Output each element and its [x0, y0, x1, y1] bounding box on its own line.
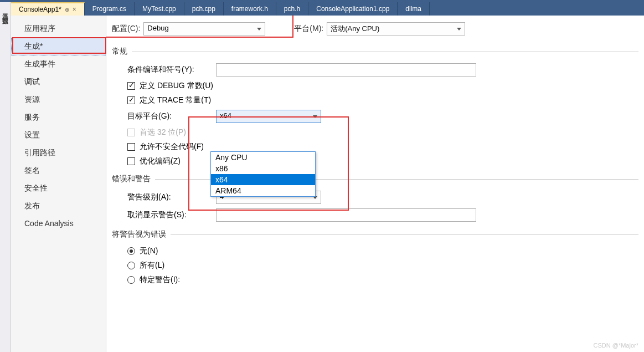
sidebar-item-services[interactable]: 服务	[11, 109, 106, 126]
pin-icon[interactable]: ⊕	[65, 7, 69, 13]
sidebar-item-build-events[interactable]: 生成事件	[11, 55, 106, 73]
define-debug-checkbox[interactable]	[127, 82, 135, 90]
optimize-checkbox[interactable]	[127, 157, 135, 165]
suppress-warn-label: 取消显示警告(S):	[127, 210, 216, 220]
tab-pch-cpp[interactable]: pch.cpp	[184, 2, 224, 16]
section-treat-as-error: 将警告视为错误	[112, 229, 638, 239]
watermark: CSDN @*Major*	[594, 342, 638, 349]
tab-pch-h[interactable]: pch.h	[276, 2, 308, 16]
treat-none-label: 无(N)	[140, 246, 158, 256]
treat-specific-radio[interactable]	[127, 276, 135, 284]
platform-label: 平台(M):	[294, 24, 323, 34]
prefer-32bit-label: 首选 32 位(P)	[140, 127, 186, 137]
define-trace-label: 定义 TRACE 常量(T)	[140, 95, 211, 105]
dropdown-option-x86[interactable]: x86	[211, 163, 315, 174]
tab-dllma[interactable]: dllma	[398, 2, 430, 16]
config-label: 配置(C):	[112, 24, 140, 34]
tab-mytest[interactable]: MyTest.cpp	[135, 2, 184, 16]
tab-consoleapp1[interactable]: ConsoleApp1* ⊕ ×	[11, 2, 85, 16]
tab-framework[interactable]: framework.h	[224, 2, 276, 16]
define-trace-checkbox[interactable]	[127, 96, 135, 104]
sidebar-item-security[interactable]: 安全性	[11, 180, 106, 197]
prefer-32bit-checkbox	[127, 129, 135, 136]
dropdown-option-anycpu[interactable]: Any CPU	[211, 152, 315, 163]
target-platform-dropdown[interactable]: Any CPU x86 x64 ARM64	[210, 151, 316, 197]
treat-specific-label: 特定警告(I):	[140, 275, 180, 285]
tab-label: MyTest.cpp	[142, 5, 176, 13]
dropdown-option-arm64[interactable]: ARM64	[211, 185, 315, 196]
sidebar-item-signing[interactable]: 签名	[11, 162, 106, 180]
optimize-label: 优化编码(Z)	[140, 156, 181, 166]
define-debug-label: 定义 DEBUG 常数(U)	[140, 81, 213, 91]
tab-label: ConsoleApplication1.cpp	[316, 5, 389, 13]
sidebar-item-reference-paths[interactable]: 引用路径	[11, 144, 106, 162]
tool-rail: 工具箱 数据源	[0, 2, 11, 352]
tool-rail-toolbox[interactable]: 工具箱	[0, 7, 11, 11]
section-errors: 错误和警告	[112, 174, 638, 184]
section-general: 常规	[112, 47, 638, 57]
tab-label: pch.cpp	[192, 5, 215, 13]
tab-label: pch.h	[284, 5, 300, 13]
config-combo[interactable]: Debug	[143, 22, 265, 35]
sidebar-item-application[interactable]: 应用程序	[11, 20, 106, 38]
tab-label: framework.h	[231, 5, 268, 13]
tab-strip: ConsoleApp1* ⊕ × Program.cs MyTest.cpp p…	[11, 2, 644, 16]
tool-rail-datasource[interactable]: 数据源	[0, 11, 11, 16]
tab-label: Program.cs	[92, 5, 126, 13]
sidebar-item-debug[interactable]: 调试	[11, 73, 106, 91]
property-sidebar: 应用程序 生成* 生成事件 调试 资源 服务 设置 引用路径 签名 安全性 发布…	[11, 16, 106, 352]
close-icon[interactable]: ×	[73, 6, 76, 13]
cond-symbols-label: 条件编译和符号(Y):	[127, 65, 216, 75]
sidebar-item-code-analysis[interactable]: Code Analysis	[11, 215, 106, 232]
sidebar-item-build[interactable]: 生成*	[11, 38, 106, 55]
form-area: 配置(C): Debug 平台(M): 活动(Any CPU) 常规 条件编译和…	[106, 16, 644, 352]
sidebar-item-resources[interactable]: 资源	[11, 91, 106, 109]
sidebar-item-settings[interactable]: 设置	[11, 126, 106, 144]
cond-symbols-input[interactable]	[216, 63, 476, 76]
tab-label: dllma	[405, 5, 421, 13]
tab-consoleapplication1[interactable]: ConsoleApplication1.cpp	[308, 2, 398, 16]
treat-all-label: 所有(L)	[140, 261, 164, 271]
platform-combo[interactable]: 活动(Any CPU)	[327, 22, 465, 35]
dropdown-option-x64[interactable]: x64	[211, 174, 315, 185]
sidebar-item-publish[interactable]: 发布	[11, 197, 106, 215]
tab-program[interactable]: Program.cs	[85, 2, 135, 16]
allow-unsafe-label: 允许不安全代码(F)	[140, 142, 204, 152]
allow-unsafe-checkbox[interactable]	[127, 143, 135, 151]
warn-level-label: 警告级别(A):	[127, 192, 216, 202]
suppress-warn-input[interactable]	[216, 208, 476, 222]
target-platform-label: 目标平台(G):	[127, 111, 216, 121]
tab-label: ConsoleApp1*	[19, 6, 61, 13]
treat-all-radio[interactable]	[127, 262, 135, 269]
target-platform-combo[interactable]: x64	[216, 110, 321, 123]
treat-none-radio[interactable]	[127, 247, 135, 255]
